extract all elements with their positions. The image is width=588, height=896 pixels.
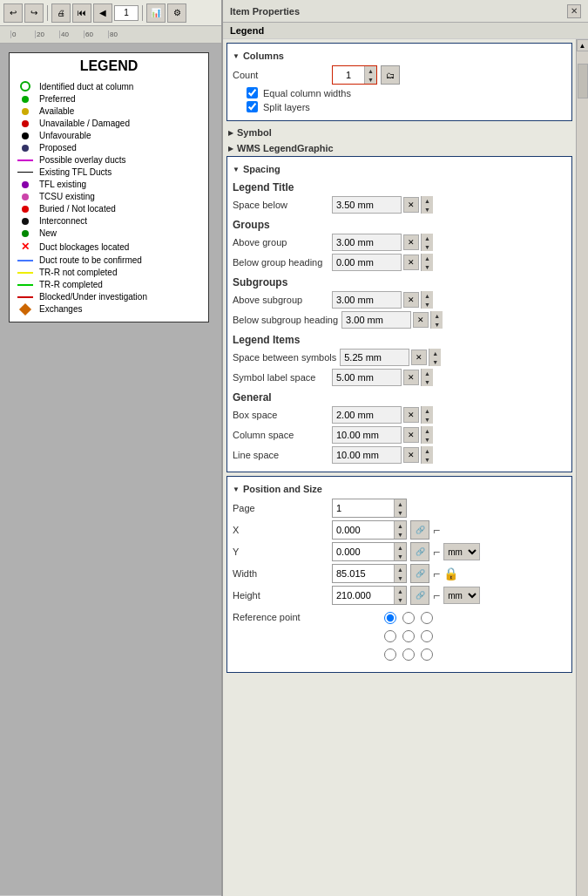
equal-widths-checkbox[interactable] bbox=[247, 87, 258, 98]
below-subgroup-heading-clear[interactable]: ✕ bbox=[413, 312, 429, 328]
count-increment-button[interactable]: ▲ bbox=[364, 66, 376, 75]
box-space-input[interactable]: 2.00 mm bbox=[332, 406, 402, 424]
height-input[interactable]: 210.000 bbox=[333, 587, 394, 604]
column-space-decrement[interactable]: ▼ bbox=[421, 435, 433, 444]
space-between-symbols-increment[interactable]: ▲ bbox=[429, 349, 441, 357]
space-below-clear-button[interactable]: ✕ bbox=[403, 197, 419, 213]
above-group-input[interactable]: 3.00 mm bbox=[332, 234, 402, 251]
box-space-increment[interactable]: ▲ bbox=[421, 406, 433, 415]
line-space-input[interactable]: 10.00 mm bbox=[332, 446, 402, 464]
above-subgroup-clear[interactable]: ✕ bbox=[403, 292, 419, 308]
ref-point-tr[interactable] bbox=[421, 612, 433, 624]
width-increment[interactable]: ▲ bbox=[394, 565, 406, 574]
symbol-label-space-decrement[interactable]: ▼ bbox=[421, 377, 433, 386]
column-space-increment[interactable]: ▲ bbox=[421, 426, 433, 435]
page-decrement[interactable]: ▼ bbox=[394, 508, 406, 517]
height-increment[interactable]: ▲ bbox=[394, 587, 406, 595]
wms-toggle[interactable]: ▶ WMS LegendGraphic bbox=[226, 140, 572, 156]
page-increment[interactable]: ▲ bbox=[394, 499, 406, 508]
below-subgroup-heading-input[interactable]: 3.00 mm bbox=[341, 311, 411, 329]
columns-toggle[interactable]: ▼ Columns bbox=[233, 49, 566, 63]
space-below-input[interactable]: 3.50 mm bbox=[332, 196, 402, 214]
xy-unit-dropdown[interactable]: mm bbox=[443, 543, 480, 560]
scrollbar-up-button[interactable]: ▲ bbox=[577, 39, 589, 51]
above-subgroup-input[interactable]: 3.00 mm bbox=[332, 291, 402, 309]
below-group-heading-increment[interactable]: ▲ bbox=[421, 254, 433, 262]
width-spinner[interactable]: 85.015 ▲ ▼ bbox=[332, 564, 407, 583]
width-input[interactable]: 85.015 bbox=[333, 565, 394, 582]
width-lock-button[interactable]: 🔗 bbox=[410, 564, 429, 583]
x-input[interactable]: 0.000 bbox=[333, 521, 394, 539]
below-subgroup-heading-increment[interactable]: ▲ bbox=[430, 311, 443, 320]
box-space-clear[interactable]: ✕ bbox=[403, 407, 419, 423]
count-action-button[interactable]: 🗂 bbox=[381, 65, 400, 85]
y-decrement[interactable]: ▼ bbox=[394, 552, 406, 560]
page-input[interactable]: 1 bbox=[333, 499, 394, 517]
symbol-label-space-increment[interactable]: ▲ bbox=[421, 369, 433, 377]
panel-close-button[interactable]: ✕ bbox=[567, 4, 581, 18]
x-increment[interactable]: ▲ bbox=[394, 521, 406, 530]
below-group-heading-input[interactable]: 0.00 mm bbox=[332, 254, 402, 271]
vertical-scrollbar[interactable]: ▲ bbox=[576, 39, 588, 896]
ref-point-mc[interactable] bbox=[402, 630, 415, 642]
above-group-increment[interactable]: ▲ bbox=[421, 234, 433, 242]
y-spinner[interactable]: 0.000 ▲ ▼ bbox=[332, 542, 407, 561]
first-page-button[interactable]: ⏮ bbox=[72, 3, 91, 23]
settings-button[interactable]: ⚙ bbox=[167, 3, 186, 23]
symbol-toggle[interactable]: ▶ Symbol bbox=[226, 125, 572, 140]
space-below-increment[interactable]: ▲ bbox=[421, 196, 433, 205]
x-decrement[interactable]: ▼ bbox=[394, 530, 406, 539]
ref-point-bc[interactable] bbox=[402, 648, 415, 661]
space-between-symbols-decrement[interactable]: ▼ bbox=[429, 357, 441, 366]
line-space-decrement[interactable]: ▼ bbox=[421, 455, 433, 464]
x-lock-button[interactable]: 🔗 bbox=[410, 520, 429, 540]
position-size-toggle[interactable]: ▼ Position and Size bbox=[233, 482, 566, 496]
below-group-heading-decrement[interactable]: ▼ bbox=[421, 262, 433, 271]
height-spinner[interactable]: 210.000 ▲ ▼ bbox=[332, 586, 407, 605]
symbol-label-space-input[interactable]: 5.00 mm bbox=[332, 369, 402, 386]
print-button[interactable]: 🖨 bbox=[51, 3, 71, 23]
ref-point-tl[interactable] bbox=[384, 612, 396, 624]
page-spinner[interactable]: 1 ▲ ▼ bbox=[332, 499, 407, 518]
line-space-clear[interactable]: ✕ bbox=[403, 447, 419, 463]
ref-point-ml[interactable] bbox=[384, 630, 396, 642]
split-layers-checkbox[interactable] bbox=[247, 101, 258, 112]
box-space-decrement[interactable]: ▼ bbox=[421, 415, 433, 424]
y-lock-button[interactable]: 🔗 bbox=[410, 542, 429, 561]
scrollbar-thumb[interactable] bbox=[578, 64, 588, 98]
ref-point-bl[interactable] bbox=[384, 648, 396, 661]
above-subgroup-decrement[interactable]: ▼ bbox=[421, 300, 433, 309]
column-space-input[interactable]: 10.00 mm bbox=[332, 426, 402, 444]
redo-button[interactable]: ↪ bbox=[24, 3, 44, 23]
space-between-symbols-clear[interactable]: ✕ bbox=[411, 350, 427, 365]
column-space-clear[interactable]: ✕ bbox=[403, 427, 419, 443]
below-subgroup-heading-row: Below subgroup heading 3.00 mm ✕ ▲ ▼ bbox=[233, 311, 566, 329]
y-increment[interactable]: ▲ bbox=[394, 543, 406, 552]
ref-point-mr[interactable] bbox=[421, 630, 433, 642]
x-spinner[interactable]: 0.000 ▲ ▼ bbox=[332, 520, 407, 540]
below-subgroup-heading-decrement[interactable]: ▼ bbox=[430, 320, 443, 329]
ref-point-tc[interactable] bbox=[402, 612, 415, 624]
line-space-increment[interactable]: ▲ bbox=[421, 446, 433, 455]
symbol-label-space-clear[interactable]: ✕ bbox=[403, 370, 419, 385]
height-lock-button[interactable]: 🔗 bbox=[410, 586, 429, 605]
count-spinner[interactable]: 1 ▲ ▼ bbox=[332, 65, 377, 85]
width-decrement[interactable]: ▼ bbox=[394, 574, 406, 582]
ref-point-br[interactable] bbox=[421, 648, 433, 661]
space-between-symbols-input[interactable]: 5.25 mm bbox=[340, 349, 409, 366]
above-group-clear-button[interactable]: ✕ bbox=[403, 234, 419, 250]
height-decrement[interactable]: ▼ bbox=[394, 595, 406, 604]
count-decrement-button[interactable]: ▼ bbox=[364, 75, 376, 84]
above-group-decrement[interactable]: ▼ bbox=[421, 242, 433, 251]
above-subgroup-increment[interactable]: ▲ bbox=[421, 291, 433, 300]
count-input[interactable]: 1 bbox=[333, 66, 364, 84]
bar-chart-button[interactable]: 📊 bbox=[146, 3, 166, 23]
undo-button[interactable]: ↩ bbox=[3, 3, 23, 23]
page-number-input[interactable]: 1 bbox=[114, 5, 139, 21]
below-group-heading-clear[interactable]: ✕ bbox=[403, 255, 419, 270]
y-input[interactable]: 0.000 bbox=[333, 543, 394, 560]
space-below-decrement[interactable]: ▼ bbox=[421, 205, 433, 214]
wh-unit-dropdown[interactable]: mm bbox=[443, 587, 480, 604]
spacing-toggle[interactable]: ▼ Spacing bbox=[233, 162, 566, 176]
prev-page-button[interactable]: ◀ bbox=[93, 3, 112, 23]
